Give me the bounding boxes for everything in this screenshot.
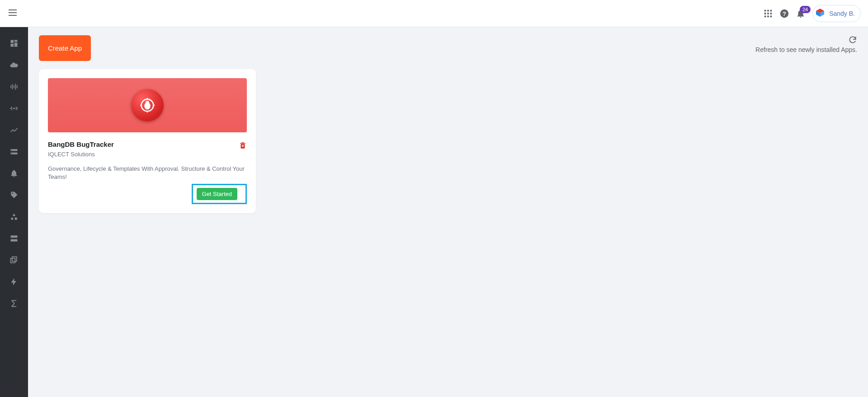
refresh-section: Refresh to see newly installed Apps.	[755, 35, 857, 53]
svg-rect-7	[767, 13, 769, 14]
notifications-icon[interactable]: 24	[793, 9, 809, 19]
sidebar-item-shapes[interactable]	[0, 206, 28, 228]
help-icon[interactable]: ?	[776, 9, 793, 19]
svg-point-34	[11, 218, 13, 220]
svg-rect-22	[12, 84, 13, 89]
svg-rect-36	[11, 235, 18, 238]
app-card-description: Governance, Lifecycle & Templates With A…	[48, 165, 247, 181]
app-card-vendor: IQLECT Solutions	[48, 151, 114, 158]
apps-grid-icon[interactable]	[760, 9, 776, 19]
app-card: BangDB BugTracker IQLECT Solutions Gover…	[39, 69, 256, 213]
svg-rect-24	[15, 84, 16, 89]
svg-rect-4	[767, 9, 769, 11]
profile-name: Sandy B.	[829, 10, 855, 17]
app-card-title: BangDB BugTracker	[48, 140, 114, 148]
app-card-title-block: BangDB BugTracker IQLECT Solutions	[48, 140, 114, 158]
svg-point-42	[146, 102, 148, 104]
svg-rect-23	[14, 86, 14, 88]
svg-rect-6	[764, 13, 766, 14]
sidebar-item-dashboard[interactable]	[0, 33, 28, 54]
sidebar-item-server[interactable]	[0, 228, 28, 249]
get-started-button[interactable]: Get Started	[197, 188, 237, 200]
svg-rect-35	[15, 218, 17, 220]
svg-rect-9	[764, 15, 766, 17]
refresh-icon[interactable]	[755, 35, 857, 44]
bug-tracker-logo-icon	[131, 89, 164, 121]
app-card-header-row: BangDB BugTracker IQLECT Solutions	[48, 140, 247, 158]
sidebar-item-storage[interactable]	[0, 141, 28, 163]
svg-rect-37	[11, 239, 18, 242]
svg-rect-11	[770, 15, 772, 17]
svg-rect-18	[14, 40, 18, 42]
svg-rect-3	[764, 9, 766, 11]
sidebar-item-bolt[interactable]	[0, 271, 28, 293]
sidebar-item-sigma[interactable]	[0, 293, 28, 314]
app-card-actions: Get Started	[48, 184, 247, 204]
sidebar-item-alerts[interactable]	[0, 163, 28, 184]
sidebar-item-code[interactable]	[0, 98, 28, 119]
main-header: Create App Refresh to see newly installe…	[39, 35, 857, 61]
topbar: ? 24 Sandy B.	[0, 0, 868, 27]
create-app-button[interactable]: Create App	[39, 35, 91, 61]
svg-rect-38	[12, 257, 17, 262]
svg-marker-33	[13, 214, 16, 216]
svg-point-31	[11, 149, 12, 150]
svg-rect-20	[11, 44, 14, 47]
notification-badge: 24	[800, 6, 811, 13]
profile-logo-icon	[815, 7, 826, 20]
svg-rect-21	[11, 85, 12, 89]
svg-rect-19	[14, 42, 18, 47]
refresh-hint-text: Refresh to see newly installed Apps.	[755, 46, 857, 53]
svg-point-32	[11, 153, 12, 154]
svg-rect-5	[770, 9, 772, 11]
app-cards-grid: BangDB BugTracker IQLECT Solutions Gover…	[39, 69, 857, 213]
sidebar-item-cloud[interactable]	[0, 54, 28, 76]
svg-rect-17	[11, 40, 14, 43]
sidebar	[0, 27, 28, 397]
svg-rect-8	[770, 13, 772, 14]
sidebar-item-layers[interactable]	[0, 249, 28, 271]
sidebar-item-analytics[interactable]	[0, 119, 28, 141]
svg-rect-39	[11, 258, 15, 263]
get-started-highlight: Get Started	[192, 184, 247, 204]
svg-rect-10	[767, 15, 769, 17]
svg-text:?: ?	[783, 10, 786, 17]
hamburger-menu-icon[interactable]	[7, 7, 18, 20]
delete-app-icon[interactable]	[239, 140, 247, 152]
sidebar-item-stream[interactable]	[0, 76, 28, 98]
main-content: Create App Refresh to see newly installe…	[28, 27, 868, 397]
svg-rect-25	[17, 85, 18, 89]
app-card-banner	[48, 78, 247, 132]
profile-chip[interactable]: Sandy B.	[812, 5, 861, 22]
svg-point-28	[14, 108, 15, 109]
sidebar-item-tag[interactable]	[0, 184, 28, 206]
